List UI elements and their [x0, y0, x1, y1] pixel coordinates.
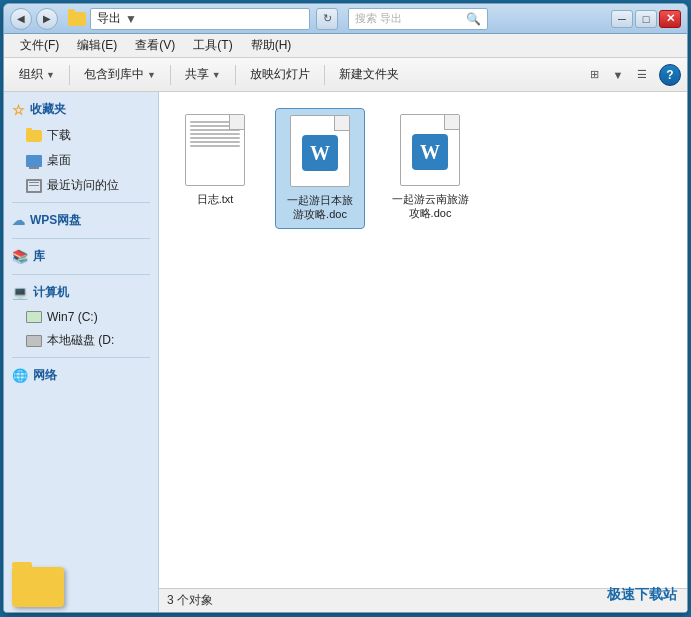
- menu-tools[interactable]: 工具(T): [185, 35, 240, 56]
- file-icon-doc1: W: [290, 115, 350, 187]
- file-line-6: [190, 141, 240, 143]
- status-count: 3 个对象: [167, 592, 213, 609]
- sidebar-section-wps: ☁ WPS网盘: [4, 207, 158, 234]
- forward-button[interactable]: ▶: [36, 8, 58, 30]
- sidebar-item-download[interactable]: 下载: [18, 123, 158, 148]
- drive-d-icon: [26, 335, 42, 347]
- recent-label: 最近访问的位: [47, 177, 119, 194]
- network-icon: 🌐: [12, 368, 28, 383]
- watermark: 极速下载站: [607, 586, 677, 604]
- sidebar: ☆ 收藏夹 下载 桌面 最近: [4, 92, 159, 612]
- file-line-1: [190, 121, 240, 123]
- folder-icon: [68, 12, 86, 26]
- sidebar-favorites-header[interactable]: ☆ 收藏夹: [4, 96, 158, 123]
- title-bar-left: ◀ ▶ 导出 ▼ ↻ 搜索 导出 🔍: [10, 8, 488, 30]
- sidebar-divider-1: [12, 202, 150, 203]
- slideshow-button[interactable]: 放映幻灯片: [241, 62, 319, 87]
- include-button[interactable]: 包含到库中 ▼: [75, 62, 165, 87]
- refresh-button[interactable]: ↻: [316, 8, 338, 30]
- bottom-folder: [12, 567, 64, 607]
- file-icon-doc2: W: [400, 114, 460, 186]
- folder-icon-download: [26, 130, 42, 142]
- sidebar-computer-header[interactable]: 💻 计算机: [4, 279, 158, 306]
- organize-button[interactable]: 组织 ▼: [10, 62, 64, 87]
- path-arrow: ▼: [125, 12, 137, 26]
- sidebar-computer-items: Win7 (C:) 本地磁盘 (D:: [4, 306, 158, 353]
- sidebar-network-header[interactable]: 🌐 网络: [4, 362, 158, 389]
- file-line-4: [190, 133, 240, 135]
- file-name-doc1: 一起游日本旅游攻略.doc: [282, 193, 358, 222]
- file-name-doc2: 一起游云南旅游攻略.doc: [391, 192, 469, 221]
- file-line-2: [190, 125, 240, 127]
- sidebar-inner: ☆ 收藏夹 下载 桌面 最近: [4, 92, 158, 612]
- minimize-button[interactable]: ─: [611, 10, 633, 28]
- sidebar-item-local-disk[interactable]: 本地磁盘 (D:: [18, 328, 158, 353]
- file-line-3: [190, 129, 240, 131]
- menu-help[interactable]: 帮助(H): [243, 35, 300, 56]
- files-area: 日志.txt W 一起游日本旅游攻略.doc W 一起游云南旅游攻略.doc: [159, 92, 687, 588]
- menu-view[interactable]: 查看(V): [127, 35, 183, 56]
- address-bar[interactable]: 导出 ▼: [90, 8, 310, 30]
- computer-icon: 💻: [12, 285, 28, 300]
- share-label: 共享: [185, 66, 209, 83]
- library-icon: 📚: [12, 249, 28, 264]
- recent-icon: [26, 179, 42, 193]
- sidebar-divider-2: [12, 238, 150, 239]
- toolbar-separator-1: [69, 65, 70, 85]
- sidebar-item-desktop[interactable]: 桌面: [18, 148, 158, 173]
- toolbar-separator-3: [235, 65, 236, 85]
- local-disk-label: 本地磁盘 (D:: [47, 332, 114, 349]
- toolbar-separator-4: [324, 65, 325, 85]
- win7-label: Win7 (C:): [47, 310, 98, 324]
- include-label: 包含到库中: [84, 66, 144, 83]
- view-list-button[interactable]: ⊞: [583, 64, 605, 86]
- include-arrow: ▼: [147, 70, 156, 80]
- cloud-icon: ☁: [12, 213, 25, 228]
- share-arrow: ▼: [212, 70, 221, 80]
- sidebar-section-favorites: ☆ 收藏夹 下载 桌面 最近: [4, 96, 158, 198]
- content-area: ☆ 收藏夹 下载 桌面 最近: [4, 92, 687, 612]
- organize-arrow: ▼: [46, 70, 55, 80]
- help-button[interactable]: ?: [659, 64, 681, 86]
- desktop-icon: [26, 155, 42, 167]
- sidebar-item-win7[interactable]: Win7 (C:): [18, 306, 158, 328]
- file-line-7: [190, 145, 240, 147]
- sidebar-section-network: 🌐 网络: [4, 362, 158, 389]
- file-item-txt[interactable]: 日志.txt: [175, 108, 255, 212]
- new-folder-button[interactable]: 新建文件夹: [330, 62, 408, 87]
- desktop-label: 桌面: [47, 152, 71, 169]
- file-icon-txt: [185, 114, 245, 186]
- computer-label: 计算机: [33, 284, 69, 301]
- sidebar-item-recent[interactable]: 最近访问的位: [18, 173, 158, 198]
- search-placeholder: 搜索 导出: [355, 11, 402, 26]
- wps-label: WPS网盘: [30, 212, 81, 229]
- sidebar-section-library: 📚 库: [4, 243, 158, 270]
- back-button[interactable]: ◀: [10, 8, 32, 30]
- share-button[interactable]: 共享 ▼: [176, 62, 230, 87]
- slideshow-label: 放映幻灯片: [250, 66, 310, 83]
- file-item-doc2[interactable]: W 一起游云南旅游攻略.doc: [385, 108, 475, 227]
- view-details-button[interactable]: ☰: [631, 64, 653, 86]
- menu-file[interactable]: 文件(F): [12, 35, 67, 56]
- search-bar[interactable]: 搜索 导出 🔍: [348, 8, 488, 30]
- view-buttons: ⊞ ▼ ☰ ?: [583, 64, 681, 86]
- file-name-txt: 日志.txt: [197, 192, 234, 206]
- favorites-label: 收藏夹: [30, 101, 66, 118]
- maximize-button[interactable]: □: [635, 10, 657, 28]
- close-button[interactable]: ✕: [659, 10, 681, 28]
- doc-logo-2: W: [412, 134, 448, 170]
- file-item-doc1[interactable]: W 一起游日本旅游攻略.doc: [275, 108, 365, 229]
- library-label: 库: [33, 248, 45, 265]
- sidebar-library-header[interactable]: 📚 库: [4, 243, 158, 270]
- menu-edit[interactable]: 编辑(E): [69, 35, 125, 56]
- sidebar-divider-4: [12, 357, 150, 358]
- toolbar: 组织 ▼ 包含到库中 ▼ 共享 ▼ 放映幻灯片 新建文件夹 ⊞ ▼ ☰ ?: [4, 58, 687, 92]
- sidebar-wps-header[interactable]: ☁ WPS网盘: [4, 207, 158, 234]
- view-arrow-button[interactable]: ▼: [607, 64, 629, 86]
- path-label: 导出: [97, 10, 121, 27]
- drive-c-icon: [26, 311, 42, 323]
- sidebar-section-computer: 💻 计算机 Win7 (C:) 本地磁盘 (D:: [4, 279, 158, 353]
- doc-logo-1: W: [302, 135, 338, 171]
- star-icon: ☆: [12, 102, 25, 118]
- download-label: 下载: [47, 127, 71, 144]
